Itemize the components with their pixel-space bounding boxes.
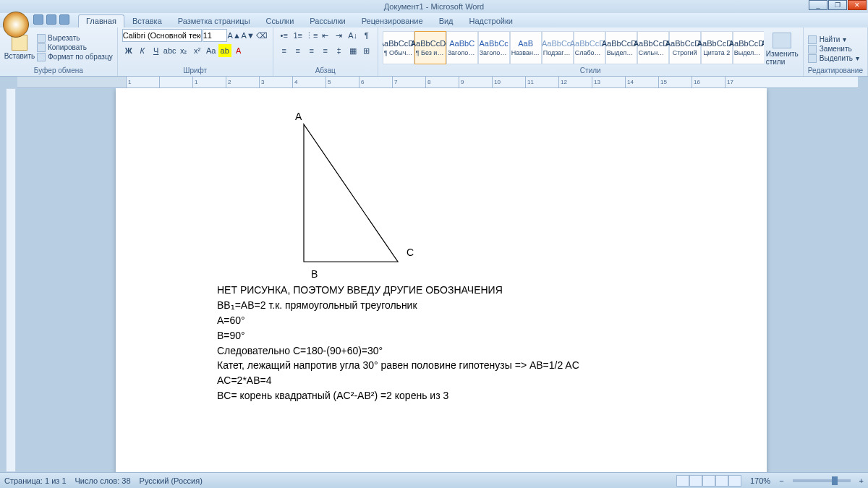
window-controls: _ ❐ ✕ — [808, 0, 867, 10]
zoom-percent[interactable]: 170% — [750, 476, 770, 485]
replace-button[interactable]: Заменить — [808, 45, 859, 53]
replace-icon — [808, 45, 817, 53]
view-draft-button[interactable] — [728, 475, 741, 487]
format-painter-button[interactable]: Формат по образцу — [37, 53, 113, 61]
style-item[interactable]: AaBbCcDc¶ Обычный — [383, 31, 414, 64]
italic-button[interactable]: К — [136, 44, 149, 57]
shrink-font-button[interactable]: A▼ — [242, 29, 255, 42]
find-icon — [808, 35, 817, 44]
group-label-styles: Стили — [383, 66, 799, 75]
bold-button[interactable]: Ж — [122, 44, 135, 57]
case-button[interactable]: Aa — [205, 44, 218, 57]
bullets-button[interactable]: •≡ — [278, 29, 291, 42]
group-styles: AaBbCcDc¶ ОбычныйAaBbCcDc¶ Без инте...Aa… — [378, 27, 804, 76]
triangle-svg — [297, 117, 441, 276]
group-label-font: Шрифт — [122, 66, 268, 75]
tab-рассылки[interactable]: Рассылки — [302, 14, 353, 27]
zoom-in-button[interactable]: + — [859, 476, 864, 485]
style-item[interactable]: AaBbCcDcСлабое в... — [574, 31, 605, 64]
tab-надстройки[interactable]: Надстройки — [461, 14, 521, 27]
copy-button[interactable]: Копировать — [37, 43, 113, 52]
select-button[interactable]: Выделить ▾ — [808, 54, 859, 63]
sort-button[interactable]: A↓ — [346, 29, 359, 42]
document-content[interactable]: A B C НЕТ РИСУНКА, ПОЭТОМУ ВВЕДУ ДРУГИЕ … — [217, 110, 709, 404]
zoom-out-button[interactable]: − — [779, 476, 783, 485]
vertical-ruler[interactable] — [6, 88, 16, 472]
tab-ссылки[interactable]: Ссылки — [258, 14, 302, 27]
indent-button[interactable]: ⇥ — [333, 29, 346, 42]
qat-save-icon[interactable] — [33, 14, 43, 25]
minimize-button[interactable]: _ — [809, 0, 827, 10]
change-styles-button[interactable]: Изменить стили — [766, 30, 799, 66]
tab-разметка-страницы[interactable]: Разметка страницы — [170, 14, 258, 27]
group-label-clipboard: Буфер обмена — [4, 66, 113, 75]
zoom-slider[interactable] — [793, 479, 851, 482]
style-item[interactable]: AaBbCcDcВыделенн... — [733, 31, 764, 64]
style-item[interactable]: AaBbCcDcЦитата 2 — [701, 31, 733, 64]
underline-button[interactable]: Ч — [150, 44, 163, 57]
triangle-figure: A B C — [217, 110, 709, 283]
font-color-button[interactable]: A — [232, 44, 245, 57]
font-size-combo[interactable] — [203, 29, 227, 42]
style-item[interactable]: AaBbCcЗаголово... — [478, 31, 510, 64]
document-scroll[interactable]: A B C НЕТ РИСУНКА, ПОЭТОМУ ВВЕДУ ДРУГИЕ … — [0, 88, 868, 472]
status-words[interactable]: Число слов: 38 — [75, 476, 131, 485]
font-name-combo[interactable] — [122, 29, 202, 42]
qat-undo-icon[interactable] — [46, 14, 56, 25]
strike-button[interactable]: abc — [163, 44, 176, 57]
change-styles-icon — [773, 33, 791, 48]
view-outline-button[interactable] — [715, 475, 728, 487]
align-left-button[interactable]: ≡ — [278, 44, 291, 57]
grow-font-button[interactable]: A▲ — [228, 29, 241, 42]
numbering-button[interactable]: 1≡ — [292, 29, 305, 42]
maximize-button[interactable]: ❐ — [828, 0, 847, 10]
multilevel-button[interactable]: ⋮≡ — [305, 29, 318, 42]
work-area: 11234567891011121314151617 A B C НЕТ РИС… — [0, 77, 868, 472]
title-bar: Документ1 - Microsoft Word _ ❐ ✕ — [0, 0, 868, 13]
view-print-layout-button[interactable] — [676, 475, 689, 487]
style-item[interactable]: AaBbCcDcСтрогий — [669, 31, 701, 64]
style-item[interactable]: AaBbCЗаголово... — [446, 31, 478, 64]
office-button[interactable] — [3, 12, 29, 38]
style-item[interactable]: AaBbCcDcВыделение — [605, 31, 637, 64]
document-text[interactable]: НЕТ РИСУНКА, ПОЭТОМУ ВВЕДУ ДРУГИЕ ОБОЗНА… — [217, 283, 709, 403]
subscript-button[interactable]: x₂ — [177, 44, 190, 57]
tab-row: ГлавнаяВставкаРазметка страницыСсылкиРас… — [0, 13, 868, 27]
vertex-b-label: B — [311, 267, 318, 281]
align-right-button[interactable]: ≡ — [305, 44, 318, 57]
superscript-button[interactable]: x² — [191, 44, 204, 57]
close-button[interactable]: ✕ — [848, 0, 867, 10]
style-item[interactable]: AaBНазвание — [510, 31, 542, 64]
highlight-button[interactable]: ab — [218, 44, 231, 57]
styles-gallery[interactable]: AaBbCcDc¶ ОбычныйAaBbCcDc¶ Без инте...Aa… — [383, 31, 764, 64]
borders-button[interactable]: ⊞ — [360, 44, 373, 57]
select-icon — [808, 54, 817, 63]
line-spacing-button[interactable]: ‡ — [333, 44, 346, 57]
horizontal-ruler[interactable]: 11234567891011121314151617 — [17, 77, 858, 88]
style-item[interactable]: AaBbCcDc¶ Без инте... — [414, 31, 446, 64]
tab-вставка[interactable]: Вставка — [124, 14, 170, 27]
clear-format-button[interactable]: ⌫ — [255, 29, 268, 42]
qat-redo-icon[interactable] — [59, 14, 69, 25]
justify-button[interactable]: ≡ — [319, 44, 332, 57]
outdent-button[interactable]: ⇤ — [319, 29, 332, 42]
view-web-button[interactable] — [702, 475, 715, 487]
tab-главная[interactable]: Главная — [78, 14, 124, 27]
cut-button[interactable]: Вырезать — [37, 34, 113, 43]
shading-button[interactable]: ▦ — [346, 44, 359, 57]
tab-рецензирование[interactable]: Рецензирование — [354, 14, 431, 27]
view-fullscreen-button[interactable] — [689, 475, 702, 487]
vertex-c-label: C — [407, 246, 414, 260]
brush-icon — [37, 53, 46, 61]
style-item[interactable]: AaBbCcDcСильное ... — [637, 31, 669, 64]
status-page[interactable]: Страница: 1 из 1 — [4, 476, 67, 485]
quick-access-toolbar — [33, 13, 69, 27]
show-marks-button[interactable]: ¶ — [360, 29, 373, 42]
style-item[interactable]: AaBbCc.Подзагол... — [542, 31, 574, 64]
align-center-button[interactable]: ≡ — [292, 44, 305, 57]
tab-вид[interactable]: Вид — [431, 14, 461, 27]
page[interactable]: A B C НЕТ РИСУНКА, ПОЭТОМУ ВВЕДУ ДРУГИЕ … — [116, 88, 767, 472]
svg-marker-0 — [304, 124, 398, 262]
status-language[interactable]: Русский (Россия) — [140, 476, 203, 485]
find-button[interactable]: Найти ▾ — [808, 35, 859, 44]
